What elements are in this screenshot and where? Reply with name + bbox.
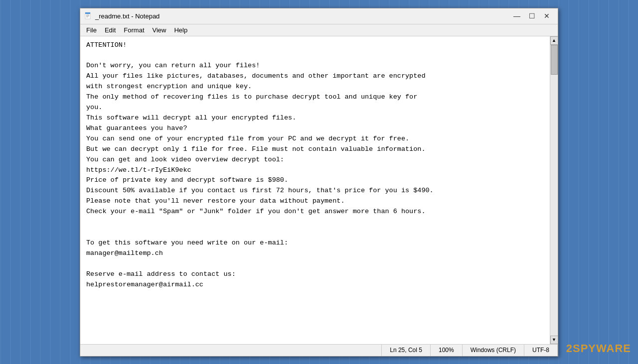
minimize-button[interactable]: — [510, 10, 524, 22]
editor-container: ▲ ▼ [80, 36, 558, 344]
svg-rect-1 [85, 12, 90, 14]
notepad-window: _readme.txt - Notepad — ☐ ✕ File Edit Fo… [80, 8, 558, 357]
title-bar: _readme.txt - Notepad — ☐ ✕ [80, 8, 558, 24]
status-position: Ln 25, Col 5 [382, 345, 431, 356]
watermark-prefix: 2 [566, 342, 573, 355]
scrollbar-track[interactable] [550, 45, 558, 336]
menu-file[interactable]: File [82, 25, 101, 35]
notepad-icon [84, 12, 92, 20]
menu-bar: File Edit Format View Help [80, 24, 558, 36]
window-title: _readme.txt - Notepad [95, 12, 510, 20]
menu-view[interactable]: View [149, 25, 170, 35]
menu-help[interactable]: Help [170, 25, 191, 35]
scrollbar-down-arrow[interactable]: ▼ [550, 336, 558, 344]
editor-textarea[interactable] [80, 36, 550, 344]
watermark: 2SPYWARE [566, 342, 631, 355]
window-controls: — ☐ ✕ [510, 10, 554, 22]
scrollbar-thumb[interactable] [551, 45, 558, 75]
status-bar: Ln 25, Col 5 100% Windows (CRLF) UTF-8 [80, 344, 558, 356]
status-line-ending: Windows (CRLF) [463, 345, 524, 356]
status-encoding: UTF-8 [524, 345, 558, 356]
status-empty [80, 345, 382, 356]
menu-edit[interactable]: Edit [101, 25, 120, 35]
scrollbar-up-arrow[interactable]: ▲ [550, 36, 558, 45]
menu-format[interactable]: Format [120, 25, 148, 35]
close-button[interactable]: ✕ [540, 10, 554, 22]
vertical-scrollbar[interactable]: ▲ ▼ [550, 36, 558, 344]
status-zoom: 100% [431, 345, 463, 356]
watermark-highlight: SPYWARE [573, 342, 631, 355]
maximize-button[interactable]: ☐ [525, 10, 539, 22]
